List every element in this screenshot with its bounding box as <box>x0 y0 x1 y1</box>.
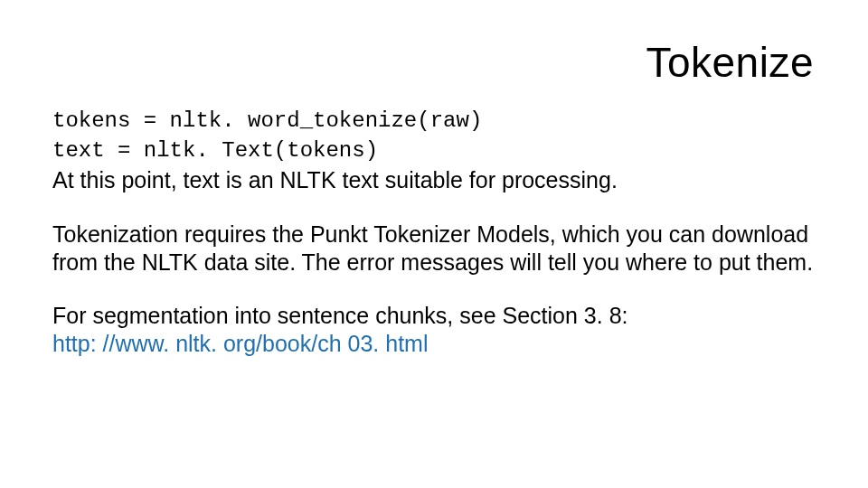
paragraph-1: At this point, text is an NLTK text suit… <box>52 166 814 194</box>
slide-body: tokens = nltk. word_tokenize(raw) text =… <box>52 107 814 359</box>
slide-title: Tokenize <box>646 38 814 87</box>
link-text: http: //www. nltk. org/book/ch 03. html <box>52 330 814 358</box>
slide: Tokenize tokens = nltk. word_tokenize(ra… <box>0 0 868 488</box>
code-line-2: text = nltk. Text(tokens) <box>52 136 814 164</box>
code-line-1: tokens = nltk. word_tokenize(raw) <box>52 107 814 135</box>
paragraph-2: Tokenization requires the Punkt Tokenize… <box>52 221 814 277</box>
paragraph-3: For segmentation into sentence chunks, s… <box>52 302 814 330</box>
